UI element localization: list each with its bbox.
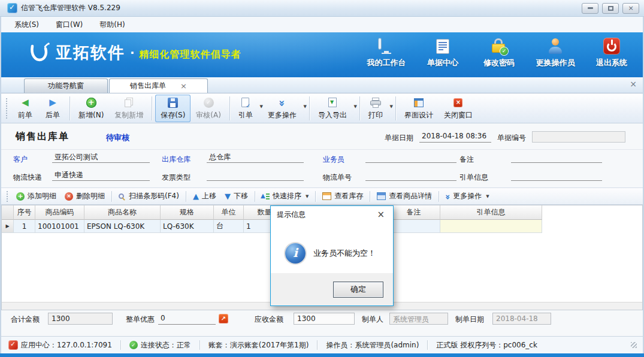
brand-swoosh-icon [28,42,50,63]
tracking-no-field[interactable] [365,170,456,181]
btn-more-actions[interactable]: » 更多操作 ▼ [262,95,306,122]
doc-title: 销售出库单 [16,131,69,143]
info-icon: i [285,243,306,264]
banner-action-change-password[interactable]: ✓ 修改密码 [476,37,522,68]
btn-detail-more-actions[interactable]: » 更多操作 ▼ [442,189,493,203]
dropdown-caret-icon: ▼ [486,194,489,199]
menu-window[interactable]: 窗口(W) [49,18,90,32]
ref-info-field[interactable] [511,170,602,181]
stock-grid-icon [322,192,331,200]
btn-pull-doc[interactable]: 引单 ▼ [233,95,262,122]
alert-dialog: 提示信息 × i 业务员不能为空！ 确定 [270,205,394,306]
brand-banner: 亚拓软件 · 精细化管理软件倡导者 我的工作台 单据中心 ✓ 修改 [1,32,643,77]
audit-check-icon: ✓ [204,98,214,108]
btn-prev-doc[interactable]: ◀ 前单 [11,95,39,122]
status-app-center: 应用中心：127.0.0.1:7091 [7,340,120,350]
dialog-close-icon[interactable]: × [374,209,387,220]
import-export-icon [328,98,337,107]
doc-date-field[interactable]: 2018-04-18 08:36 [419,131,491,143]
btn-view-stock[interactable]: 查看库存 [318,189,367,203]
tracking-no-label: 物流单号 [323,173,352,183]
btn-print[interactable]: 打印 ▼ [363,95,392,122]
col-spec[interactable]: 规格 [161,205,214,220]
current-row-marker-icon: ▶ [2,220,14,233]
menu-help[interactable]: 帮助(H) [92,18,132,32]
brand-block: 亚拓软件 · 精细化管理软件倡导者 [28,42,241,63]
col-seq[interactable]: 序号 [14,205,35,220]
btn-move-down[interactable]: ▼ 下移 [220,189,252,203]
quick-discount-icon[interactable]: ↗ [219,314,228,323]
btn-ui-design[interactable]: 界面设计 [399,95,439,122]
discount-field[interactable]: 0 [158,313,216,325]
copy-icon [125,99,131,107]
btn-save[interactable]: 保存(S) [155,95,191,122]
up-arrow-icon: ▲ [193,192,199,200]
dialog-title-bar[interactable]: 提示信息 × [271,206,393,223]
resize-grip[interactable] [631,342,637,348]
btn-next-doc[interactable]: ▶ 后单 [39,95,66,122]
tab-sales-outbound[interactable]: 销售出库单 × [109,78,208,93]
detail-toolbar: + 添加明细 × 删除明细 扫描条形码(F4) ▲ 上移 ▼ 下移 快速排序 ▼ [1,187,643,205]
ok-button[interactable]: 确定 [333,282,383,298]
warehouse-field[interactable]: 总仓库 [207,152,304,163]
close-button[interactable]: × [622,3,639,14]
maker-label: 制单人 [362,314,383,325]
invoice-type-field[interactable] [207,170,304,181]
password-lock-icon: ✓ [492,37,506,55]
status-bar: 应用中心：127.0.0.1:7091 ✓ 连接状态：正常 账套：演示账套(20… [1,336,643,353]
tab-strip: 功能导航窗 销售出库单 × × [1,77,643,93]
btn-view-product-detail[interactable]: 查看商品详情 [373,189,436,203]
btn-scan-barcode[interactable]: 扫描条形码(F4) [114,189,183,203]
banner-action-exit[interactable]: 退出系统 [589,37,634,68]
customer-label: 客户 [13,155,28,165]
tab-close-icon[interactable]: × [180,81,187,90]
menu-bar: 系统(S) 窗口(W) 帮助(H) [1,17,643,32]
tabstrip-close-icon[interactable]: × [630,80,637,88]
invoice-type-label: 发票类型 [162,173,191,183]
salesman-field[interactable] [365,152,456,163]
save-floppy-icon [168,98,178,108]
salesman-label: 业务员 [323,155,344,165]
btn-import-export[interactable]: 导入导出 ▼ [313,95,356,122]
tab-nav-panel[interactable]: 功能导航窗 [24,78,108,93]
bottom-accent-strip [0,353,644,357]
btn-quick-sort[interactable]: 快速排序 ▼ [258,189,313,203]
btn-new[interactable]: + 新增(N) [73,95,109,122]
btn-add-detail[interactable]: + 添加明细 [12,189,61,203]
col-product-code[interactable]: 商品编码 [35,205,84,220]
main-toolbar: ◀ 前单 ▶ 后单 + 新增(N) 复制新增 保存(S) ✓ 审核(A) 引单 [1,93,643,123]
receivable-field[interactable]: 1300 [294,313,355,325]
detail-toolbar-drag-handle[interactable] [7,191,9,202]
row-marker-header [2,205,14,220]
logistics-field[interactable]: 申通快递 [52,170,150,181]
col-remark[interactable]: 备注 [388,205,440,220]
maximize-button[interactable] [602,3,619,14]
app-center-icon [8,340,18,350]
dialog-message: 业务员不能为空！ [313,248,376,259]
toolbar-drag-handle[interactable] [6,98,9,119]
customer-field[interactable]: 亚拓公司测试 [52,152,150,163]
banner-action-switch-operator[interactable]: 更换操作员 [533,37,578,68]
dialog-title: 提示信息 [277,210,306,220]
minimize-button[interactable] [582,3,598,14]
layout-design-icon [414,98,424,107]
col-product-name[interactable]: 商品名称 [84,205,161,220]
btn-delete-detail[interactable]: × 删除明细 [61,189,109,203]
receivable-label: 应收金额 [255,314,283,325]
ref-info-cell [440,220,542,233]
banner-action-doc-center[interactable]: 单据中心 [420,37,465,68]
ref-info-label: 引单信息 [459,173,488,183]
col-unit[interactable]: 单位 [214,205,244,220]
col-ref-info[interactable]: 引单信息 [440,205,542,220]
remark-field[interactable] [511,152,602,163]
menu-system[interactable]: 系统(S) [7,18,46,32]
btn-close-window[interactable]: × 关闭窗口 [439,95,478,122]
prev-arrow-icon: ◀ [22,98,29,107]
next-arrow-icon: ▶ [49,98,56,107]
status-account-set: 账套：演示账套(2017年第1期) [200,340,318,350]
banner-action-workbench[interactable]: 我的工作台 [364,37,409,68]
btn-copy-new: 复制新增 [109,95,149,122]
btn-move-up[interactable]: ▲ 上移 [189,189,220,203]
maker-field: 系统管理员 [389,313,448,325]
btn-audit: ✓ 审核(A) [191,95,226,122]
